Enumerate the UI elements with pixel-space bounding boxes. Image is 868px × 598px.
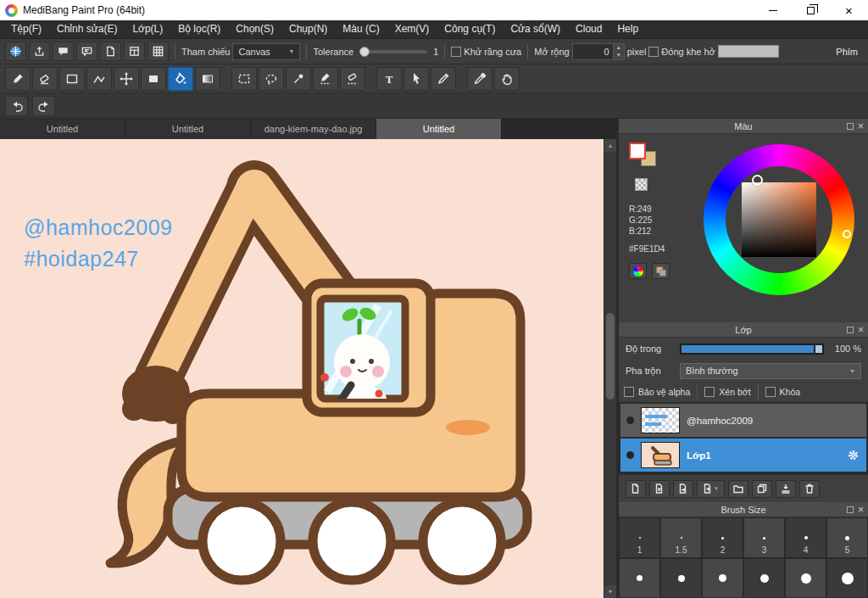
spinner-down-icon[interactable]: ▼ bbox=[614, 52, 624, 59]
menu-color[interactable]: Màu (C) bbox=[335, 20, 387, 38]
fill-rect-tool[interactable] bbox=[141, 67, 166, 91]
comment-button[interactable] bbox=[53, 42, 74, 61]
brush-size-cell[interactable] bbox=[785, 558, 826, 598]
operation-tool[interactable] bbox=[403, 67, 429, 91]
tab-dang-kiem-may-dao[interactable]: dang-kiem-may-dao.jpg bbox=[251, 119, 376, 139]
undo-button[interactable] bbox=[5, 96, 28, 116]
brush-size-cell[interactable]: 1 bbox=[619, 517, 660, 558]
close-gap-color-swatch[interactable] bbox=[718, 45, 779, 58]
brush-size-cell[interactable] bbox=[743, 558, 785, 598]
bucket-tool[interactable] bbox=[168, 67, 193, 91]
menu-window[interactable]: Cửa sổ(W) bbox=[503, 20, 568, 38]
drawing-canvas[interactable]: @hamhoc2009 #hoidap247 bbox=[0, 139, 604, 598]
menu-select[interactable]: Chọn(S) bbox=[228, 20, 281, 38]
brush-tool[interactable] bbox=[5, 67, 31, 91]
pen-tool[interactable] bbox=[431, 67, 456, 91]
select-eraser-tool[interactable] bbox=[340, 67, 365, 91]
duplicate-layer-button[interactable] bbox=[752, 480, 772, 498]
foreground-color-swatch[interactable] bbox=[629, 143, 646, 159]
brush-size-cell[interactable]: 1.5 bbox=[660, 517, 702, 558]
spinner-up-icon[interactable]: ▲ bbox=[614, 44, 624, 52]
hue-ring[interactable] bbox=[704, 144, 854, 295]
lock-checkbox[interactable] bbox=[765, 387, 776, 397]
panel-close-icon[interactable]: × bbox=[858, 325, 864, 335]
menu-tools[interactable]: Công cụ(T) bbox=[437, 20, 503, 38]
magic-wand-tool[interactable] bbox=[286, 67, 311, 91]
tab-untitled-3-active[interactable]: Untitled bbox=[376, 119, 502, 139]
gradient-tool[interactable] bbox=[195, 67, 220, 91]
scroll-up-icon[interactable]: ▲ bbox=[604, 139, 616, 152]
brush-size-cell[interactable]: 3 bbox=[743, 517, 785, 558]
hand-tool[interactable] bbox=[494, 67, 520, 91]
restore-button[interactable] bbox=[792, 0, 830, 20]
add-pixel-layer-button[interactable] bbox=[649, 480, 670, 498]
tolerance-slider-knob[interactable] bbox=[359, 47, 370, 57]
close-button[interactable]: × bbox=[830, 0, 868, 20]
brush-size-cell[interactable] bbox=[702, 558, 743, 598]
opacity-slider-handle[interactable] bbox=[815, 345, 822, 353]
layer-visibility-toggle[interactable] bbox=[626, 451, 634, 459]
brush-size-cell[interactable] bbox=[660, 558, 702, 598]
color-wheel-mode-button[interactable] bbox=[629, 263, 647, 279]
lasso-select-tool[interactable] bbox=[259, 67, 284, 91]
menu-help[interactable]: Help bbox=[609, 20, 646, 38]
scrollbar-track[interactable] bbox=[604, 152, 616, 585]
brush-size-cell[interactable] bbox=[619, 558, 660, 598]
menu-file[interactable]: Tệp(F) bbox=[3, 20, 49, 38]
merge-down-button[interactable] bbox=[776, 480, 796, 498]
close-gap-checkbox[interactable] bbox=[648, 47, 659, 57]
blend-mode-dropdown[interactable]: Bình thường ▼ bbox=[680, 363, 861, 379]
cloud-button[interactable] bbox=[5, 42, 26, 61]
expand-spinner[interactable]: 0 ▲ ▼ bbox=[572, 43, 625, 60]
panel-close-icon[interactable]: × bbox=[858, 121, 864, 131]
document-button[interactable] bbox=[100, 42, 121, 61]
layer-row-hamhoc2009[interactable]: @hamhoc2009 bbox=[620, 404, 866, 437]
saturation-value-square[interactable] bbox=[742, 182, 816, 257]
chat-button[interactable] bbox=[76, 42, 97, 61]
shape-tool[interactable] bbox=[59, 67, 85, 91]
panel-close-icon[interactable]: × bbox=[858, 505, 864, 515]
marquee-select-tool[interactable] bbox=[231, 67, 257, 91]
clipping-checkbox[interactable] bbox=[704, 387, 715, 397]
add-special-layer-button[interactable]: ▼ bbox=[697, 480, 725, 498]
upload-button[interactable] bbox=[29, 42, 50, 61]
brush-size-cell[interactable]: 5 bbox=[826, 517, 868, 558]
grid-button[interactable] bbox=[147, 42, 169, 61]
eyedropper-tool[interactable] bbox=[467, 67, 492, 91]
tab-untitled-2[interactable]: Untitled bbox=[125, 119, 251, 139]
color-picker-marker[interactable] bbox=[752, 175, 763, 186]
brush-size-cell[interactable]: 2 bbox=[702, 517, 743, 558]
add-layer-button[interactable] bbox=[626, 480, 646, 498]
popout-icon[interactable] bbox=[847, 123, 854, 130]
redo-button[interactable] bbox=[32, 96, 55, 116]
convert-layer-button[interactable] bbox=[673, 480, 693, 498]
brush-size-cell[interactable]: 4 bbox=[785, 517, 826, 558]
popout-icon[interactable] bbox=[847, 327, 854, 333]
scroll-down-icon[interactable]: ▼ bbox=[604, 585, 616, 598]
menu-layer[interactable]: Lớp(L) bbox=[125, 20, 170, 38]
reference-dropdown[interactable]: Canvas ▼ bbox=[232, 43, 300, 60]
menu-filter[interactable]: Bộ lọc(R) bbox=[170, 20, 228, 38]
hue-ring-marker[interactable] bbox=[843, 230, 851, 238]
protect-alpha-checkbox[interactable] bbox=[624, 387, 634, 397]
antialias-checkbox[interactable] bbox=[451, 47, 461, 57]
tolerance-slider[interactable] bbox=[359, 50, 427, 53]
minimize-button[interactable] bbox=[754, 0, 792, 20]
layer-visibility-toggle[interactable] bbox=[626, 416, 634, 424]
menu-cloud[interactable]: Cloud bbox=[568, 20, 609, 38]
menu-edit[interactable]: Chỉnh sửa(E) bbox=[49, 20, 125, 38]
menu-view[interactable]: Xem(V) bbox=[387, 20, 437, 38]
scrollbar-thumb[interactable] bbox=[606, 313, 615, 400]
layer-settings-button[interactable] bbox=[845, 448, 860, 463]
delete-layer-button[interactable] bbox=[799, 480, 820, 498]
text-tool[interactable]: T bbox=[376, 67, 402, 91]
menu-snap[interactable]: Chụp(N) bbox=[281, 20, 335, 38]
move-tool[interactable] bbox=[114, 67, 139, 91]
canvas-vertical-scrollbar[interactable]: ▲ ▼ bbox=[604, 139, 616, 598]
layout-button[interactable] bbox=[124, 42, 145, 61]
new-folder-button[interactable] bbox=[728, 480, 748, 498]
popout-icon[interactable] bbox=[847, 506, 854, 513]
eraser-tool[interactable] bbox=[32, 67, 58, 91]
opacity-slider[interactable] bbox=[680, 344, 824, 355]
tab-untitled-1[interactable]: Untitled bbox=[0, 119, 125, 139]
